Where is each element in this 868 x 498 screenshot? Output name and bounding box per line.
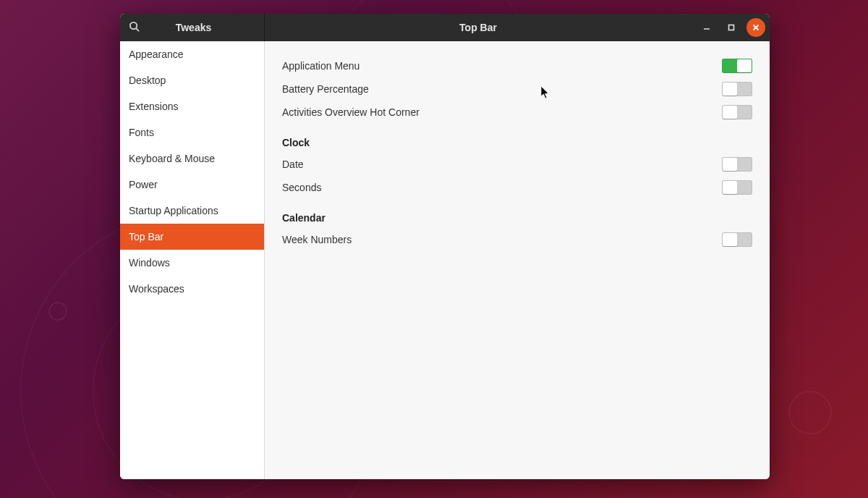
setting-label: Activities Overview Hot Corner (282, 106, 420, 118)
sidebar: AppearanceDesktopExtensionsFontsKeyboard… (120, 41, 265, 479)
toggle-seconds[interactable] (722, 180, 752, 195)
setting-label: Seconds (282, 182, 321, 193)
page-title: Top Bar (265, 22, 692, 33)
svg-point-0 (129, 22, 136, 29)
sidebar-item-label: Startup Applications (129, 205, 218, 216)
titlebar-left: Tweaks (120, 14, 265, 41)
close-button[interactable] (746, 18, 765, 37)
setting-label: Date (282, 159, 304, 170)
toggle-knob (723, 106, 737, 119)
toggle-activities-overview-hot-corner[interactable] (722, 105, 752, 119)
search-icon (129, 21, 140, 34)
sidebar-item-label: Desktop (129, 75, 166, 86)
sidebar-item-label: Top Bar (129, 231, 163, 242)
setting-label: Battery Percentage (282, 83, 369, 95)
setting-label: Week Numbers (282, 234, 352, 245)
sidebar-item-label: Windows (129, 257, 170, 269)
maximize-icon (728, 22, 735, 33)
toggle-battery-percentage[interactable] (722, 82, 752, 96)
toggle-application-menu[interactable] (722, 59, 752, 73)
tweaks-window: Tweaks Top Bar AppearanceDesktopExtensio… (120, 14, 770, 479)
window-body: AppearanceDesktopExtensionsFontsKeyboard… (120, 41, 770, 479)
close-icon (752, 22, 760, 33)
setting-row: Application Menu (282, 54, 752, 77)
toggle-week-numbers[interactable] (722, 232, 752, 247)
toggle-knob (737, 59, 752, 72)
sidebar-item-keyboard-mouse[interactable]: Keyboard & Mouse (120, 145, 264, 172)
maximize-button[interactable] (722, 18, 741, 37)
sidebar-item-label: Extensions (129, 101, 178, 112)
svg-rect-3 (729, 25, 734, 30)
sidebar-item-label: Power (129, 179, 158, 190)
sidebar-item-workspaces[interactable]: Workspaces (120, 276, 264, 302)
toggle-knob (723, 158, 737, 171)
sidebar-item-label: Workspaces (129, 283, 184, 295)
minimize-button[interactable] (697, 18, 716, 37)
setting-row: Seconds (282, 176, 752, 199)
toggle-knob (723, 83, 737, 96)
setting-row: Activities Overview Hot Corner (282, 101, 752, 124)
sidebar-item-extensions[interactable]: Extensions (120, 93, 264, 119)
search-button[interactable] (120, 21, 148, 34)
section-title-calendar: Calendar (282, 212, 752, 224)
setting-label: Application Menu (282, 60, 359, 72)
content-area: Application MenuBattery PercentageActivi… (265, 41, 770, 479)
sidebar-item-power[interactable]: Power (120, 172, 264, 198)
sidebar-item-desktop[interactable]: Desktop (120, 67, 264, 93)
sidebar-item-windows[interactable]: Windows (120, 250, 264, 276)
svg-line-1 (136, 28, 139, 31)
sidebar-item-appearance[interactable]: Appearance (120, 41, 264, 67)
sidebar-item-label: Appearance (129, 48, 184, 60)
sidebar-item-startup-applications[interactable]: Startup Applications (120, 198, 264, 224)
toggle-knob (723, 233, 737, 246)
setting-row: Date (282, 153, 752, 176)
setting-row: Week Numbers (282, 228, 752, 251)
sidebar-item-top-bar[interactable]: Top Bar (120, 224, 264, 250)
section-title-clock: Clock (282, 137, 752, 148)
app-title: Tweaks (148, 22, 264, 33)
setting-row: Battery Percentage (282, 77, 752, 101)
sidebar-item-fonts[interactable]: Fonts (120, 119, 264, 145)
toggle-knob (723, 181, 737, 194)
sidebar-item-label: Keyboard & Mouse (129, 153, 215, 164)
minimize-icon (703, 22, 710, 33)
window-controls (692, 18, 770, 37)
titlebar: Tweaks Top Bar (120, 14, 770, 41)
toggle-date[interactable] (722, 157, 752, 172)
sidebar-item-label: Fonts (129, 127, 154, 138)
